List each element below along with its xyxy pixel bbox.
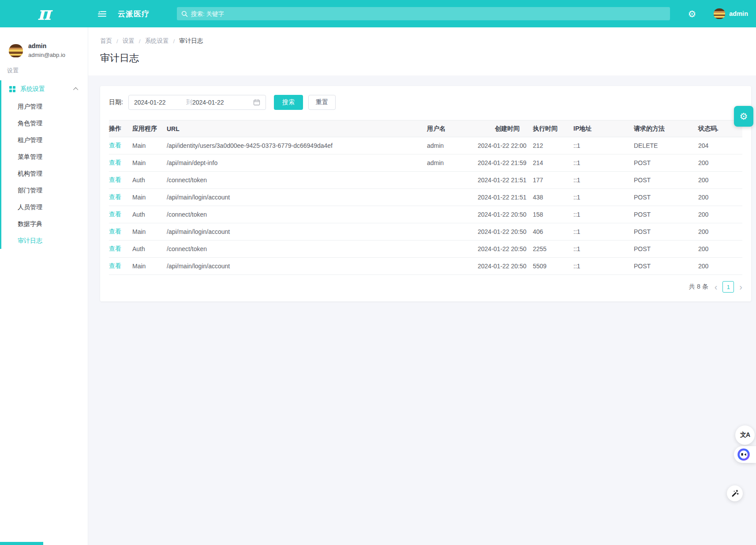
date-from-value[interactable]: 2024-01-22: [134, 99, 186, 106]
menu-fold-icon[interactable]: [98, 11, 106, 17]
sidebar-submenu-item[interactable]: 菜单管理: [1, 148, 88, 165]
date-to-value[interactable]: 2024-01-22: [192, 99, 244, 106]
cell-app: Auth: [132, 206, 167, 223]
logo-pi: π: [37, 4, 51, 23]
prev-page-button[interactable]: ‹: [715, 282, 718, 291]
cell-ip: ::1: [573, 258, 634, 275]
assistant-robot-button[interactable]: [734, 446, 756, 463]
cell-url: /api/main/dept-info: [167, 154, 427, 172]
col-url: URL: [167, 120, 427, 137]
app-title: 云派医疗: [118, 9, 150, 19]
view-link[interactable]: 查看: [109, 193, 121, 200]
cell-duration: 214: [533, 154, 573, 172]
breadcrumb-current: 审计日志: [179, 37, 203, 45]
cell-ip: ::1: [573, 189, 634, 206]
view-link[interactable]: 查看: [109, 159, 121, 166]
sidebar-section-label: 设置: [7, 67, 88, 75]
page-number-button[interactable]: 1: [722, 281, 734, 293]
cell-ip: ::1: [573, 172, 634, 189]
cell-created: 2024-01-22 21:51: [478, 189, 533, 206]
settings-gear-icon[interactable]: ⚙: [688, 9, 696, 19]
breadcrumb-home[interactable]: 首页: [100, 37, 112, 45]
sidebar-item-system-settings[interactable]: 系统设置: [1, 80, 88, 98]
cell-status: 200: [698, 241, 742, 258]
view-link[interactable]: 查看: [109, 142, 121, 149]
cell-duration: 177: [533, 172, 573, 189]
breadcrumb-settings[interactable]: 设置: [123, 37, 135, 45]
user-avatar[interactable]: [714, 8, 725, 19]
cell-ip: ::1: [573, 206, 634, 223]
sidebar-submenu-item[interactable]: 部门管理: [1, 182, 88, 199]
date-filter-label: 日期:: [109, 98, 123, 106]
translate-button[interactable]: 文A: [735, 425, 755, 445]
calendar-icon: [253, 99, 260, 106]
reset-button[interactable]: 重置: [308, 95, 336, 110]
cell-app: Auth: [132, 172, 167, 189]
cell-status: 200: [698, 223, 742, 241]
bottom-left-accent: [0, 542, 43, 545]
search-input[interactable]: [191, 11, 666, 17]
cell-user: [427, 189, 478, 206]
cell-method: POST: [634, 189, 698, 206]
sidebar: admin admin@abp.io 设置 系统设置 用户管理角色管理租户管理菜…: [0, 27, 88, 545]
view-link[interactable]: 查看: [109, 262, 121, 269]
sidebar-submenu-item[interactable]: 用户管理: [1, 98, 88, 115]
grid-icon: [9, 86, 16, 93]
sidebar-parent-label: 系统设置: [20, 85, 45, 93]
date-range-picker[interactable]: 2024-01-22 到 2024-01-22: [128, 95, 266, 110]
col-user: 用户名: [427, 120, 478, 137]
cell-app: Main: [132, 189, 167, 206]
pagination: 共 8 条 ‹ 1 ›: [109, 281, 742, 293]
global-search[interactable]: [177, 7, 670, 20]
cell-created: 2024-01-22 20:50: [478, 223, 533, 241]
table-header-row: 操作 应用程序 URL 用户名 创建时间 执行时间 IP地址 请求的方法 状态码…: [109, 120, 742, 137]
cell-method: POST: [634, 241, 698, 258]
breadcrumb-system-settings[interactable]: 系统设置: [145, 37, 169, 45]
next-page-button[interactable]: ›: [739, 282, 742, 291]
cell-url: /api/main/login/account: [167, 189, 427, 206]
cell-status: 200: [698, 172, 742, 189]
sidebar-submenu-item[interactable]: 角色管理: [1, 115, 88, 132]
view-link[interactable]: 查看: [109, 245, 121, 252]
col-app: 应用程序: [132, 120, 167, 137]
cell-url: /connect/token: [167, 241, 427, 258]
magic-wand-button[interactable]: [727, 485, 743, 501]
audit-log-card: 日期: 2024-01-22 到 2024-01-22 搜索 重置: [100, 86, 751, 301]
breadcrumb: 首页 / 设置 / 系统设置 / 审计日志: [100, 37, 756, 45]
logo[interactable]: π: [0, 0, 88, 27]
table-row: 查看 Main /api/identity/users/3a0d00ee-942…: [109, 137, 742, 154]
cell-user: [427, 172, 478, 189]
robot-icon: [737, 448, 750, 461]
pagination-total: 共 8 条: [689, 283, 708, 291]
col-action: 操作: [109, 120, 132, 137]
sidebar-submenu-item[interactable]: 数据字典: [1, 215, 88, 232]
view-link[interactable]: 查看: [109, 176, 121, 183]
col-duration: 执行时间: [533, 120, 573, 137]
search-button[interactable]: 搜索: [274, 95, 303, 110]
cell-app: Main: [132, 154, 167, 172]
cell-user: admin: [427, 154, 478, 172]
cell-duration: 5509: [533, 258, 573, 275]
cell-app: Main: [132, 223, 167, 241]
cell-user: [427, 206, 478, 223]
view-link[interactable]: 查看: [109, 228, 121, 235]
sidebar-submenu-item[interactable]: 机构管理: [1, 165, 88, 182]
cell-ip: ::1: [573, 137, 634, 154]
navbar-username: admin: [729, 10, 748, 17]
page-header: 首页 / 设置 / 系统设置 / 审计日志 审计日志: [88, 27, 756, 75]
cell-ip: ::1: [573, 241, 634, 258]
cell-status: 200: [698, 154, 742, 172]
sidebar-avatar: [9, 44, 23, 57]
table-row: 查看 Main /api/main/login/account 2024-01-…: [109, 189, 742, 206]
cell-ip: ::1: [573, 223, 634, 241]
theme-settings-button[interactable]: ⚙: [734, 106, 753, 127]
col-method: 请求的方法: [634, 120, 698, 137]
sidebar-submenu-item[interactable]: 审计日志: [1, 232, 88, 249]
col-created: 创建时间: [478, 120, 533, 137]
cell-method: DELETE: [634, 137, 698, 154]
cell-ip: ::1: [573, 154, 634, 172]
sidebar-submenu-item[interactable]: 租户管理: [1, 132, 88, 148]
sidebar-user-block: admin admin@abp.io: [9, 42, 88, 59]
view-link[interactable]: 查看: [109, 210, 121, 218]
sidebar-submenu-item[interactable]: 人员管理: [1, 199, 88, 215]
